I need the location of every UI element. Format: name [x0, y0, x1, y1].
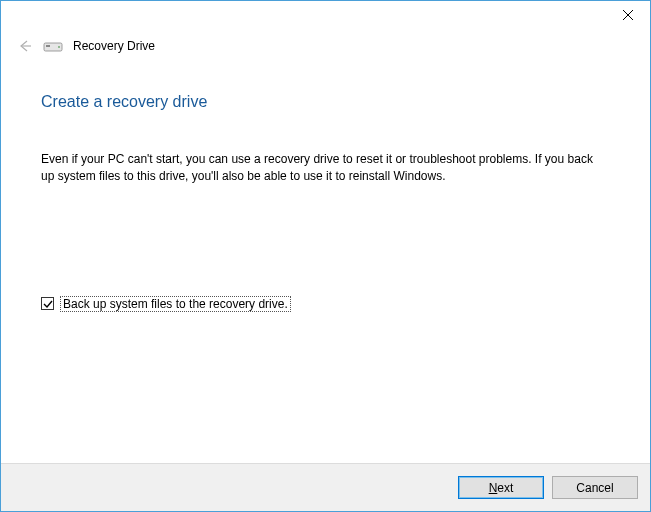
- page-heading: Create a recovery drive: [41, 93, 610, 111]
- wizard-footer: Next Cancel: [1, 463, 650, 511]
- drive-icon: [43, 39, 63, 53]
- wizard-header: Recovery Drive: [1, 31, 650, 55]
- back-arrow-icon: [16, 38, 32, 54]
- back-button[interactable]: [15, 37, 33, 55]
- titlebar: [1, 1, 650, 31]
- check-icon: [43, 299, 53, 309]
- backup-checkbox[interactable]: [41, 297, 54, 310]
- backup-checkbox-row: Back up system files to the recovery dri…: [41, 296, 610, 312]
- backup-checkbox-label[interactable]: Back up system files to the recovery dri…: [60, 296, 291, 312]
- close-icon: [623, 10, 633, 20]
- window-title: Recovery Drive: [73, 39, 155, 53]
- close-button[interactable]: [605, 1, 650, 29]
- description-text: Even if your PC can't start, you can use…: [41, 151, 601, 186]
- cancel-button[interactable]: Cancel: [552, 476, 638, 499]
- wizard-content: Create a recovery drive Even if your PC …: [1, 55, 650, 463]
- next-button[interactable]: Next: [458, 476, 544, 499]
- svg-rect-4: [46, 45, 50, 47]
- svg-point-5: [58, 46, 60, 48]
